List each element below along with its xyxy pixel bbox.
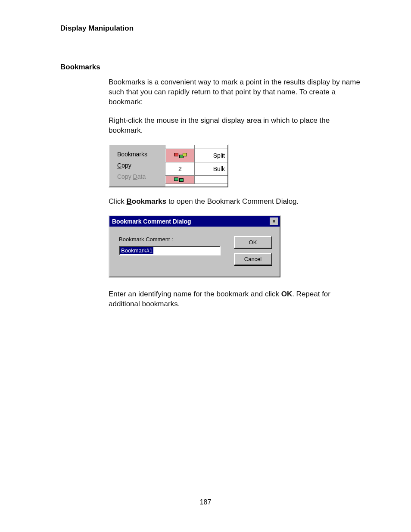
click-bookmarks-paragraph: Click Bookmarks to open the Bookmark Com… xyxy=(109,197,363,207)
text: to open the Bookmark Comment Dialog. xyxy=(166,197,299,205)
menu-item-label: opy xyxy=(121,162,131,169)
context-menu: Bookmarks Copy Copy Data xyxy=(109,145,165,187)
grid-row: Split xyxy=(165,149,227,162)
menu-item-bookmarks[interactable]: Bookmarks xyxy=(109,149,165,160)
grid-cell-label: Bulk xyxy=(195,162,227,175)
dialog-titlebar: Bookmark Comment Dialog × xyxy=(109,216,280,227)
menu-item-label: ookmarks xyxy=(121,151,147,158)
text: Enter an identifying name for the bookma… xyxy=(109,290,281,298)
context-menu-screenshot: Bookmarks Copy Copy Data Split 2 Bulk xyxy=(109,144,228,187)
menu-item-label: Copy xyxy=(117,173,133,180)
close-icon: × xyxy=(272,219,275,224)
signal-icon xyxy=(174,153,186,158)
close-button[interactable]: × xyxy=(270,218,278,225)
section-title: Bookmarks xyxy=(60,63,363,72)
menu-item-label: ata xyxy=(137,173,146,180)
menu-item-copy-data: Copy Data xyxy=(109,171,165,182)
menu-item-copy[interactable]: Copy xyxy=(109,160,165,171)
cancel-button[interactable]: Cancel xyxy=(234,253,272,265)
menu-mnemonic: C xyxy=(117,162,121,169)
menu-mnemonic: D xyxy=(133,173,137,180)
text-bold: OK xyxy=(281,290,293,298)
enter-name-paragraph: Enter an identifying name for the bookma… xyxy=(109,289,363,309)
grid-cell-icon xyxy=(165,176,195,184)
button-label: OK xyxy=(249,239,257,246)
grid-cell-value: 2 xyxy=(165,162,195,175)
grid-row: 2 Bulk xyxy=(165,162,227,176)
rightclick-paragraph: Right-click the mouse in the signal disp… xyxy=(109,116,363,136)
page-header: Display Manipulation xyxy=(60,24,363,33)
grid-cell-label: Split xyxy=(195,149,227,162)
text: Click xyxy=(109,197,127,205)
grid-cell-icon xyxy=(165,149,195,162)
bookmark-comment-dialog: Bookmark Comment Dialog × Bookmark Comme… xyxy=(109,215,280,277)
page-number: 187 xyxy=(0,498,411,506)
button-label: Cancel xyxy=(244,256,262,262)
text-bold-underline: B xyxy=(127,197,132,205)
menu-mnemonic: B xyxy=(117,151,121,158)
intro-paragraph: Bookmarks is a convenient way to mark a … xyxy=(109,78,363,107)
signal-icon xyxy=(174,177,186,182)
input-value: Bookmark#1 xyxy=(120,247,153,254)
grid-row xyxy=(165,176,227,184)
bookmark-comment-input[interactable]: Bookmark#1 xyxy=(119,246,221,255)
text-bold: ookmarks xyxy=(132,197,166,205)
ok-button[interactable]: OK xyxy=(234,236,272,249)
signal-grid: Split 2 Bulk xyxy=(165,145,227,187)
bookmark-comment-label: Bookmark Comment : xyxy=(119,236,224,243)
dialog-title: Bookmark Comment Dialog xyxy=(112,218,191,225)
